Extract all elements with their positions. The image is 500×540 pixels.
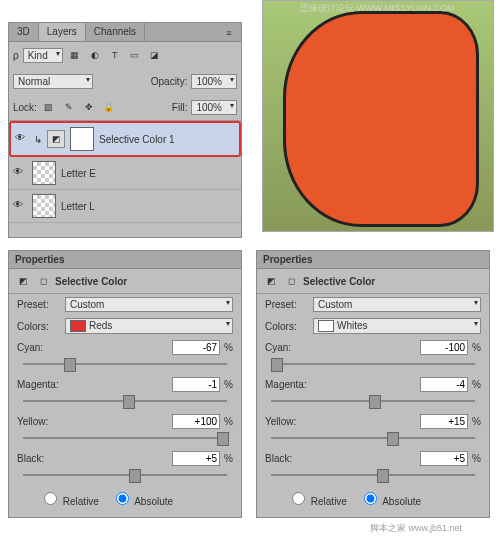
layer-letter-l[interactable]: Letter L	[9, 190, 241, 223]
yellow-slider[interactable]	[23, 432, 227, 444]
magenta-slider[interactable]	[23, 395, 227, 407]
lock-all-icon[interactable]: 🔒	[101, 99, 117, 115]
filter-adjust-icon[interactable]: ◐	[87, 47, 103, 63]
properties-title: Properties	[257, 251, 489, 269]
blend-mode-dropdown[interactable]: Normal	[13, 74, 93, 89]
absolute-radio[interactable]: Absolute	[111, 489, 173, 507]
yellow-label: Yellow:	[265, 416, 321, 427]
yellow-input[interactable]	[172, 414, 220, 429]
layer-name: Letter E	[61, 168, 96, 179]
letter-e-art	[283, 11, 479, 227]
mode-radio-group: Relative Absolute	[9, 485, 241, 513]
fill-label: Fill:	[172, 102, 188, 113]
properties-panel-left: Properties ◩◻Selective Color Preset:Cust…	[8, 250, 242, 518]
colors-dropdown[interactable]: Whites	[313, 318, 481, 334]
opacity-label: Opacity:	[151, 76, 188, 87]
layer-letter-e[interactable]: Letter E	[9, 157, 241, 190]
mode-radio-group: Relative Absolute	[257, 485, 489, 513]
magenta-label: Magenta:	[17, 379, 73, 390]
colors-dropdown[interactable]: Reds	[65, 318, 233, 334]
filter-row: ρ Kind ▦ ◐ T ▭ ◪	[9, 42, 241, 68]
adjustment-icon: ◩	[47, 130, 65, 148]
yellow-label: Yellow:	[17, 416, 73, 427]
preset-label: Preset:	[17, 299, 61, 310]
blend-row: Normal Opacity: 100%	[9, 68, 241, 94]
layers-tabbar: 3D Layers Channels ≡	[9, 23, 241, 42]
lock-move-icon[interactable]: ✥	[81, 99, 97, 115]
filter-pixel-icon[interactable]: ▦	[67, 47, 83, 63]
tab-layers[interactable]: Layers	[39, 23, 86, 41]
filter-type-icon[interactable]: T	[107, 47, 123, 63]
color-swatch-red	[70, 320, 86, 332]
magenta-label: Magenta:	[265, 379, 321, 390]
tab-3d[interactable]: 3D	[9, 23, 39, 41]
black-input[interactable]	[420, 451, 468, 466]
preset-label: Preset:	[265, 299, 309, 310]
preset-dropdown[interactable]: Custom	[65, 297, 233, 312]
lock-row: Lock: ▨ ✎ ✥ 🔒 Fill: 100%	[9, 94, 241, 121]
lock-paint-icon[interactable]: ✎	[61, 99, 77, 115]
layer-thumb[interactable]	[32, 194, 56, 218]
magenta-slider[interactable]	[271, 395, 475, 407]
lock-label: Lock:	[13, 102, 37, 113]
adjustment-type-icon: ◩	[15, 273, 31, 289]
mask-thumb[interactable]	[70, 127, 94, 151]
black-label: Black:	[265, 453, 321, 464]
mask-mode-icon[interactable]: ◻	[283, 273, 299, 289]
kind-dropdown[interactable]: Kind	[23, 48, 63, 63]
layers-panel: 3D Layers Channels ≡ ρ Kind ▦ ◐ T ▭ ◪ No…	[8, 22, 242, 238]
cyan-slider[interactable]	[271, 358, 475, 370]
yellow-slider[interactable]	[271, 432, 475, 444]
black-input[interactable]	[172, 451, 220, 466]
cyan-label: Cyan:	[265, 342, 321, 353]
layer-selective-color[interactable]: ↳ ◩ Selective Color 1	[9, 121, 241, 157]
colors-label: Colors:	[265, 321, 309, 332]
fill-input[interactable]: 100%	[191, 100, 237, 115]
color-swatch-white	[318, 320, 334, 332]
black-slider[interactable]	[271, 469, 475, 481]
magenta-input[interactable]	[420, 377, 468, 392]
tab-channels[interactable]: Channels	[86, 23, 145, 41]
visibility-icon[interactable]	[13, 166, 27, 180]
visibility-icon[interactable]	[15, 132, 29, 146]
mask-mode-icon[interactable]: ◻	[35, 273, 51, 289]
magenta-input[interactable]	[172, 377, 220, 392]
watermark-footer: 脚本之家 www.jb51.net	[370, 522, 462, 535]
panel-menu-icon[interactable]: ≡	[217, 23, 241, 43]
watermark-top: 思缘设计论坛 WWW.MISSYUAN.COM	[300, 2, 455, 15]
absolute-radio[interactable]: Absolute	[359, 489, 421, 507]
layer-name: Selective Color 1	[99, 134, 175, 145]
black-slider[interactable]	[23, 469, 227, 481]
layer-thumb[interactable]	[32, 161, 56, 185]
filter-shape-icon[interactable]: ▭	[127, 47, 143, 63]
cyan-input[interactable]	[420, 340, 468, 355]
opacity-input[interactable]: 100%	[191, 74, 237, 89]
colors-label: Colors:	[17, 321, 61, 332]
properties-subtitle: ◩◻Selective Color	[257, 269, 489, 294]
properties-title: Properties	[9, 251, 241, 269]
properties-panel-right: Properties ◩◻Selective Color Preset:Cust…	[256, 250, 490, 518]
cyan-slider[interactable]	[23, 358, 227, 370]
lock-transparent-icon[interactable]: ▨	[41, 99, 57, 115]
kind-label: ρ	[13, 50, 19, 61]
cyan-label: Cyan:	[17, 342, 73, 353]
adjustment-type-icon: ◩	[263, 273, 279, 289]
visibility-icon[interactable]	[13, 199, 27, 213]
layer-name: Letter L	[61, 201, 95, 212]
relative-radio[interactable]: Relative	[39, 489, 99, 507]
clip-icon: ↳	[34, 134, 42, 145]
black-label: Black:	[17, 453, 73, 464]
yellow-input[interactable]	[420, 414, 468, 429]
filter-smart-icon[interactable]: ◪	[147, 47, 163, 63]
relative-radio[interactable]: Relative	[287, 489, 347, 507]
preview-image	[262, 0, 494, 232]
cyan-input[interactable]	[172, 340, 220, 355]
preset-dropdown[interactable]: Custom	[313, 297, 481, 312]
properties-subtitle: ◩◻Selective Color	[9, 269, 241, 294]
